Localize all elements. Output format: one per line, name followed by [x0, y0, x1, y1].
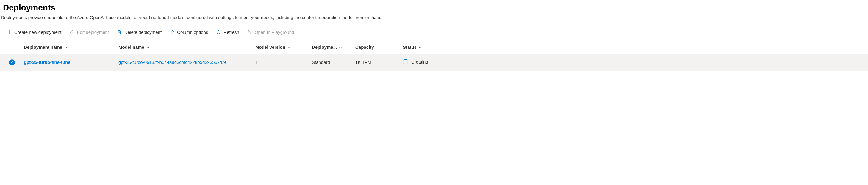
refresh-label: Refresh: [223, 30, 239, 35]
open-playground-button[interactable]: Open in Playground: [246, 28, 295, 36]
status-cell: Creating: [403, 59, 428, 65]
refresh-icon: [216, 29, 221, 35]
refresh-button[interactable]: Refresh: [215, 28, 240, 36]
spinner-icon: [403, 59, 408, 65]
wrench-icon: [169, 29, 175, 35]
model-name-link[interactable]: gpt-35-turbo-0613.ft-b044a9d3cf9c4228b5d…: [118, 60, 226, 65]
column-deployment-type[interactable]: Deployme...: [312, 44, 342, 49]
column-options-label: Column options: [177, 30, 208, 35]
create-deployment-label: Create new deployment: [14, 30, 61, 35]
delete-deployment-label: Delete deployment: [124, 30, 162, 35]
capacity-value: 1K TPM: [355, 60, 371, 65]
svg-point-1: [250, 32, 251, 34]
row-selected-icon[interactable]: [9, 60, 15, 65]
edit-deployment-button[interactable]: Edit deployment: [68, 28, 110, 36]
column-status[interactable]: Status: [403, 44, 422, 49]
chevron-down-icon: [418, 45, 422, 49]
open-playground-label: Open in Playground: [255, 30, 294, 35]
chevron-down-icon: [339, 45, 342, 49]
chevron-down-icon: [146, 45, 150, 49]
page-title: Deployments: [0, 0, 868, 15]
edit-deployment-label: Edit deployment: [77, 30, 109, 35]
column-model-version[interactable]: Model version: [255, 44, 291, 49]
table-header: Deployment name Model name Model version…: [0, 40, 868, 54]
chevron-down-icon: [64, 45, 68, 49]
svg-point-0: [248, 31, 250, 32]
column-model-name[interactable]: Model name: [118, 44, 150, 49]
column-options-button[interactable]: Column options: [169, 28, 209, 36]
toolbar: Create new deployment Edit deployment De…: [0, 28, 868, 40]
plus-icon: [6, 29, 12, 35]
pencil-icon: [69, 29, 74, 35]
table-row[interactable]: gpt-35-turbo-fine-tune gpt-35-turbo-0613…: [0, 54, 868, 71]
deployment-type-value: Standard: [312, 60, 330, 65]
model-version-value: 1: [255, 60, 258, 65]
page-description: Deployments provide endpoints to the Azu…: [0, 15, 868, 28]
trash-icon: [117, 29, 122, 35]
delete-deployment-button[interactable]: Delete deployment: [116, 28, 162, 36]
playground-icon: [247, 29, 252, 35]
deployment-name-link[interactable]: gpt-35-turbo-fine-tune: [24, 60, 70, 65]
status-value: Creating: [411, 60, 428, 65]
column-deployment-name[interactable]: Deployment name: [24, 44, 68, 49]
chevron-down-icon: [287, 45, 291, 49]
column-capacity[interactable]: Capacity: [355, 44, 374, 49]
create-deployment-button[interactable]: Create new deployment: [6, 28, 62, 36]
